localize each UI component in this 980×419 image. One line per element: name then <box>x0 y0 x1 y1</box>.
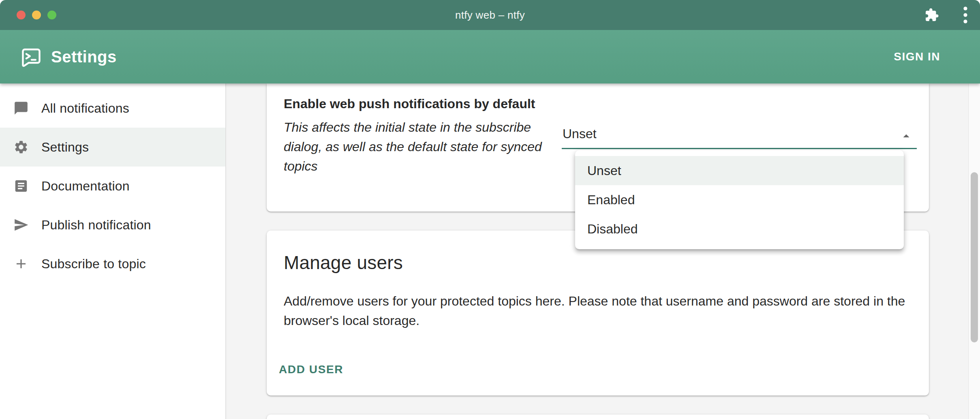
sidebar-item-label: All notifications <box>41 101 129 116</box>
pref-title: Enable web push notifications by default <box>284 96 535 111</box>
sidebar-item-all-notifications[interactable]: All notifications <box>0 89 225 128</box>
sidebar-item-label: Subscribe to topic <box>41 257 146 271</box>
scrollbar-track[interactable] <box>968 83 980 419</box>
pref-description: This affects the initial state in the su… <box>284 118 543 176</box>
sidebar-item-settings[interactable]: Settings <box>0 128 225 167</box>
browser-menu-kebab-icon[interactable] <box>956 0 974 30</box>
plus-icon <box>13 256 29 271</box>
scrollbar-thumb[interactable] <box>971 172 978 342</box>
extension-puzzle-icon[interactable] <box>918 0 945 30</box>
manage-users-title: Manage users <box>284 252 403 274</box>
gear-icon <box>13 139 29 155</box>
appbar: Settings SIGN IN <box>0 30 980 83</box>
article-icon <box>13 178 29 194</box>
sidebar-item-label: Settings <box>41 140 89 155</box>
sign-in-button[interactable]: SIGN IN <box>886 42 948 71</box>
sidebar-item-documentation[interactable]: Documentation <box>0 167 225 205</box>
chevron-up-icon <box>899 129 914 143</box>
sidebar-item-publish-notification[interactable]: Publish notification <box>0 205 225 244</box>
menu-option-unset[interactable]: Unset <box>575 156 904 185</box>
window-title: ntfy web – ntfy <box>0 0 980 30</box>
sidebar-item-subscribe-to-topic[interactable]: Subscribe to topic <box>0 244 225 283</box>
send-icon <box>13 217 29 233</box>
next-card-partial <box>267 415 929 419</box>
manage-users-description: Add/remove users for your protected topi… <box>284 291 916 330</box>
select-value: Unset <box>563 126 597 141</box>
manage-users-card: Manage users Add/remove users for your p… <box>267 231 929 395</box>
add-user-button[interactable]: ADD USER <box>272 355 350 384</box>
web-push-default-menu: Unset Enabled Disabled <box>575 150 904 249</box>
chat-bubble-icon <box>13 100 29 116</box>
ntfy-logo <box>19 46 43 71</box>
titlebar: ntfy web – ntfy <box>0 0 980 30</box>
sidebar-item-label: Publish notification <box>41 218 151 233</box>
sidebar: All notifications Settings Documentation… <box>0 83 226 419</box>
app-window: ntfy web – ntfy Settings SIGN IN All n <box>0 0 980 419</box>
page-title: Settings <box>51 30 117 83</box>
sidebar-item-label: Documentation <box>41 179 130 194</box>
menu-option-enabled[interactable]: Enabled <box>575 185 904 214</box>
web-push-default-select[interactable]: Unset <box>562 124 917 149</box>
menu-option-disabled[interactable]: Disabled <box>575 214 904 244</box>
